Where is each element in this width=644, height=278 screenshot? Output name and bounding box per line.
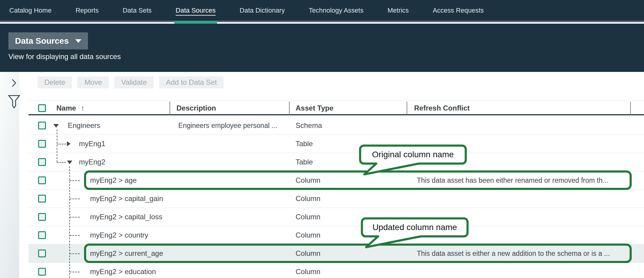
validate-button[interactable]: Validate	[114, 76, 154, 88]
nav-item-reports[interactable]: Reports	[76, 0, 99, 22]
row-name: myEng2 > country	[90, 231, 148, 239]
side-rail	[0, 72, 19, 278]
tree-connector-line	[57, 144, 66, 144]
row-name: myEng2 > capital_loss	[90, 213, 162, 221]
row-name: Engineers	[68, 121, 100, 130]
table-row[interactable]: myEng2 Table	[29, 153, 644, 171]
nav-item-data-dictionary[interactable]: Data Dictionary	[240, 0, 285, 22]
expand-panel-icon[interactable]	[11, 78, 17, 87]
row-asset-type: Column	[296, 194, 320, 203]
row-asset-type: Column	[296, 213, 320, 221]
tree-connector-line	[57, 162, 66, 163]
row-checkbox[interactable]	[38, 268, 46, 276]
row-asset-type: Table	[296, 140, 313, 148]
row-description: Engineers employee personal ...	[178, 122, 277, 130]
row-refresh-conflict: This data asset is either a new addition…	[417, 250, 610, 258]
tree-connector-line	[70, 217, 80, 217]
nav-item-data-sources[interactable]: Data Sources	[176, 0, 215, 22]
row-asset-type: Column	[296, 249, 320, 258]
table-row[interactable]: myEng2 > country Column	[29, 226, 644, 244]
tree-connector-line	[57, 129, 57, 162]
page-header: Data Sources View for displaying all dat…	[0, 24, 644, 72]
tree-connector-line	[70, 253, 80, 254]
nav-item-catalog-home[interactable]: Catalog Home	[9, 0, 52, 22]
row-checkbox[interactable]	[38, 213, 46, 221]
delete-button[interactable]: Delete	[38, 76, 72, 88]
collapse-toggle-icon[interactable]	[67, 161, 72, 164]
tree-connector-line	[69, 166, 70, 278]
row-name: myEng2 > education	[90, 268, 156, 276]
row-name: myEng1	[79, 140, 105, 148]
content-area: Delete Move Validate Add to Data Set Nam…	[0, 72, 644, 278]
collapse-toggle-icon[interactable]	[53, 124, 59, 128]
tree-connector-line	[70, 235, 80, 236]
toolbar: Delete Move Validate Add to Data Set	[38, 76, 224, 88]
move-button[interactable]: Move	[77, 76, 109, 88]
column-divider[interactable]	[407, 102, 407, 115]
table-body: Engineers Engineers employee personal ..…	[29, 117, 644, 278]
table-row[interactable]: Engineers Engineers employee personal ..…	[29, 117, 644, 135]
table-row[interactable]: myEng2 > capital_gain Column	[29, 190, 644, 208]
table-row[interactable]: myEng2 > age Column This data asset has …	[29, 171, 644, 190]
tree-connector-line	[70, 272, 80, 272]
row-checkbox[interactable]	[38, 231, 46, 239]
row-name: myEng2 > current_age	[90, 249, 163, 258]
nav-item-access-requests[interactable]: Access Requests	[433, 0, 484, 22]
table-row[interactable]: myEng2 > education Column	[29, 263, 644, 278]
column-header-description[interactable]: Description	[176, 101, 216, 116]
column-header-name[interactable]: Name ↑	[56, 101, 85, 116]
sort-ascending-icon: ↑	[81, 104, 85, 112]
top-nav: Catalog Home Reports Data Sets Data Sour…	[0, 0, 644, 22]
filter-icon[interactable]	[8, 95, 20, 109]
row-asset-type: Column	[296, 268, 320, 276]
view-selector-button[interactable]: Data Sources	[8, 32, 88, 49]
row-refresh-conflict: This data asset has been either renamed …	[417, 176, 608, 185]
column-divider[interactable]	[170, 102, 170, 115]
row-checkbox[interactable]	[38, 176, 46, 184]
table-row[interactable]: myEng2 > current_age Column This data as…	[29, 244, 644, 263]
nav-item-data-sets[interactable]: Data Sets	[123, 0, 152, 22]
nav-item-technology-assets[interactable]: Technology Assets	[309, 0, 363, 22]
column-header-refresh-conflict[interactable]: Refresh Conflict	[414, 101, 470, 116]
row-name: myEng2	[79, 158, 105, 166]
column-divider[interactable]	[630, 102, 631, 115]
row-asset-type: Column	[296, 231, 320, 239]
row-asset-type: Schema	[296, 121, 322, 130]
table-header: Name ↑ Description Asset Type Refresh Co…	[29, 100, 644, 115]
view-description: View for displaying all data sources	[8, 52, 121, 61]
row-checkbox[interactable]	[38, 140, 46, 148]
table-row[interactable]: myEng2 > capital_loss Column	[29, 208, 644, 226]
nav-item-metrics[interactable]: Metrics	[387, 0, 409, 22]
data-sources-panel: Delete Move Validate Add to Data Set Nam…	[29, 72, 644, 278]
tree-connector-line	[70, 180, 80, 181]
column-header-asset-type[interactable]: Asset Type	[296, 101, 333, 116]
row-asset-type: Table	[296, 158, 313, 166]
add-to-data-set-button[interactable]: Add to Data Set	[159, 76, 224, 88]
table-row[interactable]: myEng1 Table	[29, 135, 644, 153]
column-divider[interactable]	[289, 102, 290, 115]
row-name: myEng2 > capital_gain	[90, 194, 163, 203]
row-checkbox[interactable]	[38, 195, 46, 203]
row-checkbox[interactable]	[38, 122, 46, 129]
view-selector-label: Data Sources	[15, 36, 69, 46]
column-header-name-label: Name	[56, 104, 76, 112]
select-all-checkbox[interactable]	[38, 104, 46, 112]
caret-down-icon	[75, 39, 81, 43]
row-asset-type: Column	[296, 176, 320, 185]
row-checkbox[interactable]	[38, 158, 46, 166]
row-name: myEng2 > age	[90, 176, 137, 185]
row-checkbox[interactable]	[38, 250, 46, 257]
expand-toggle-icon[interactable]	[67, 141, 71, 146]
tree-connector-line	[70, 199, 80, 199]
